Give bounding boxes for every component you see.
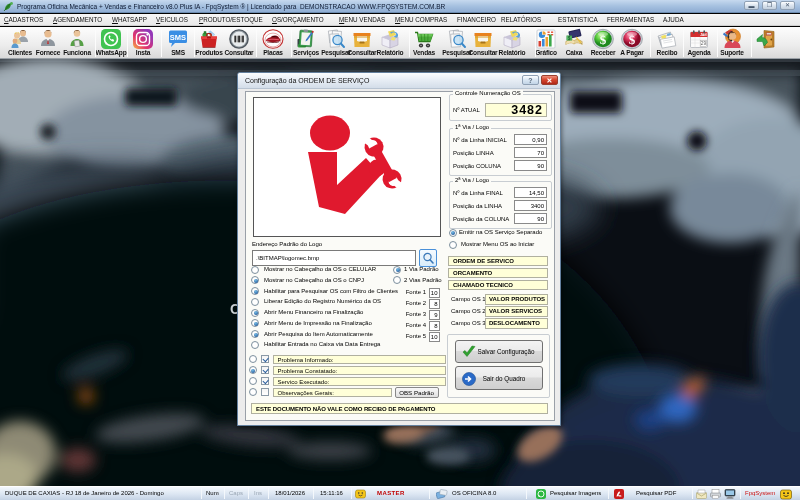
svg-text:EXIT: EXIT [767, 33, 772, 35]
svg-text:SMS: SMS [170, 33, 186, 42]
svg-text:29: 29 [701, 41, 707, 46]
